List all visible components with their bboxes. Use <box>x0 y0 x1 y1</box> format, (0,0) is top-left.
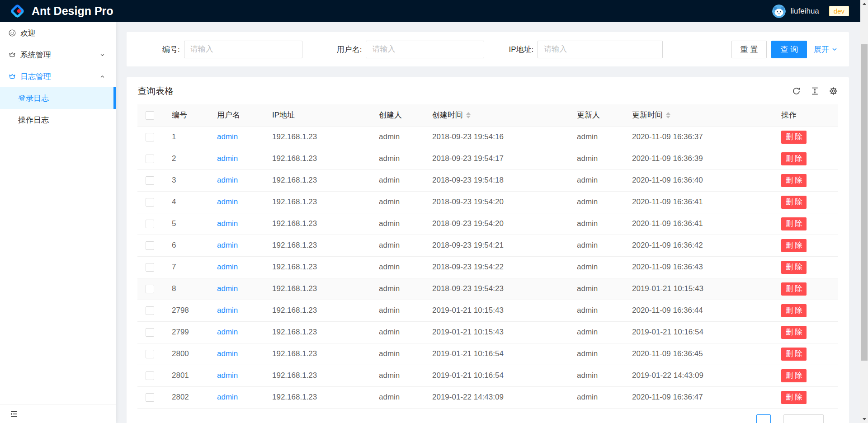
row-checkbox-cell <box>137 278 163 300</box>
cell-creator: admin <box>370 126 423 148</box>
delete-button[interactable]: 删 除 <box>781 131 807 144</box>
delete-button[interactable]: 删 除 <box>781 239 807 252</box>
sidebar-collapse-trigger[interactable] <box>0 404 116 423</box>
row-checkbox[interactable] <box>146 220 154 228</box>
row-checkbox[interactable] <box>146 306 154 315</box>
cell-actions: 删 除 <box>772 300 838 321</box>
chevron-up-icon <box>99 73 106 80</box>
scrollbar-down-arrow[interactable] <box>860 415 868 423</box>
sidebar-item-login-log[interactable]: 登录日志 <box>0 87 116 109</box>
pagination-page-button[interactable] <box>756 414 771 423</box>
pagination-size-select[interactable] <box>783 414 824 423</box>
sidebar-item-log-management[interactable]: 日志管理 <box>0 66 116 87</box>
cell-username: admin <box>208 169 263 191</box>
username-link[interactable]: admin <box>217 241 238 249</box>
row-checkbox[interactable] <box>146 328 154 337</box>
delete-button[interactable]: 删 除 <box>781 348 807 361</box>
cell-ip: 192.168.1.23 <box>263 343 370 365</box>
user-avatar[interactable] <box>772 5 786 18</box>
settings-icon[interactable] <box>829 86 838 96</box>
delete-button[interactable]: 删 除 <box>781 304 807 317</box>
expand-link[interactable]: 展开 <box>814 44 838 55</box>
cell-ip: 192.168.1.23 <box>263 278 370 300</box>
row-checkbox[interactable] <box>146 371 154 380</box>
cell-updated-at: 2020-11-09 16:36:37 <box>623 126 772 148</box>
username-link[interactable]: admin <box>217 371 238 380</box>
delete-button[interactable]: 删 除 <box>781 261 807 274</box>
cell-id: 1 <box>163 126 208 148</box>
sidebar-item-operation-log[interactable]: 操作日志 <box>0 109 116 131</box>
scrollbar-thumb[interactable] <box>861 44 868 361</box>
scrollbar[interactable] <box>860 0 868 423</box>
delete-button[interactable]: 删 除 <box>781 369 807 382</box>
select-all-checkbox[interactable] <box>146 111 154 120</box>
username-link[interactable]: admin <box>217 328 238 336</box>
query-button[interactable]: 查 询 <box>771 41 807 58</box>
reset-button[interactable]: 重 置 <box>731 41 767 58</box>
table-body: 1 admin 192.168.1.23 admin 2018-09-23 19… <box>137 126 838 408</box>
row-checkbox[interactable] <box>146 350 154 358</box>
scrollbar-up-arrow[interactable] <box>860 0 868 8</box>
table-row: 3 admin 192.168.1.23 admin 2018-09-23 19… <box>137 169 838 191</box>
row-checkbox[interactable] <box>146 285 154 293</box>
sort-carets-icon[interactable] <box>666 112 670 118</box>
cell-updater: admin <box>568 386 623 408</box>
app-title[interactable]: Ant Design Pro <box>32 5 113 18</box>
username-field[interactable] <box>366 41 484 58</box>
sidebar-item-welcome[interactable]: 欢迎 <box>0 22 116 44</box>
cell-username: admin <box>208 278 263 300</box>
delete-button[interactable]: 删 除 <box>781 196 807 209</box>
column-header-updated-at[interactable]: 更新时间 <box>623 104 772 126</box>
cell-created-at: 2019-01-21 10:15:43 <box>423 321 568 343</box>
delete-button[interactable]: 删 除 <box>781 391 807 404</box>
ip-field[interactable] <box>538 41 663 58</box>
username-link[interactable]: admin <box>217 393 238 401</box>
delete-button[interactable]: 删 除 <box>781 174 807 187</box>
row-checkbox[interactable] <box>146 198 154 207</box>
table-row: 6 admin 192.168.1.23 admin 2018-09-23 19… <box>137 235 838 256</box>
sidebar-item-system-management[interactable]: 系统管理 <box>0 44 116 66</box>
search-form: 编号: 用户名: IP地址: 重 置 查 询 展开 <box>127 41 849 58</box>
cell-id: 7 <box>163 256 208 278</box>
sidebar-item-label: 欢迎 <box>20 28 36 38</box>
row-checkbox[interactable] <box>146 241 154 250</box>
delete-button[interactable]: 删 除 <box>781 282 807 296</box>
row-checkbox[interactable] <box>146 393 154 402</box>
row-checkbox[interactable] <box>146 155 154 163</box>
cell-actions: 删 除 <box>772 365 838 386</box>
id-field-label: 编号: <box>162 44 180 55</box>
row-checkbox[interactable] <box>146 176 154 185</box>
username-link[interactable]: admin <box>217 154 238 163</box>
cell-updated-at: 2020-11-09 16:36:44 <box>623 300 772 321</box>
username-link[interactable]: admin <box>217 306 238 315</box>
column-height-icon[interactable] <box>810 86 820 96</box>
table-row: 2799 admin 192.168.1.23 admin 2019-01-21… <box>137 321 838 343</box>
delete-button[interactable]: 删 除 <box>781 326 807 339</box>
row-checkbox[interactable] <box>146 263 154 272</box>
header-user-area[interactable]: liufeihua dev <box>772 5 849 18</box>
delete-button[interactable]: 删 除 <box>781 152 807 165</box>
cell-id: 2802 <box>163 386 208 408</box>
username-link[interactable]: admin <box>217 176 238 184</box>
sort-carets-icon[interactable] <box>466 112 471 118</box>
sidebar-item-label: 操作日志 <box>18 115 49 125</box>
username-link[interactable]: admin <box>217 219 238 228</box>
row-checkbox[interactable] <box>146 133 154 141</box>
username-link[interactable]: admin <box>217 349 238 358</box>
table-row: 2801 admin 192.168.1.23 admin 2019-01-21… <box>137 365 838 386</box>
row-checkbox-cell <box>137 256 163 278</box>
id-field[interactable] <box>184 41 302 58</box>
reload-icon[interactable] <box>792 86 801 96</box>
username-link[interactable]: admin <box>217 132 238 141</box>
delete-button[interactable]: 删 除 <box>781 217 807 230</box>
username-link[interactable]: admin <box>217 197 238 206</box>
username-link[interactable]: admin <box>217 284 238 293</box>
column-header-created-at[interactable]: 创建时间 <box>423 104 568 126</box>
cell-id: 3 <box>163 169 208 191</box>
row-checkbox-cell <box>137 343 163 365</box>
app-logo-icon[interactable] <box>9 3 26 19</box>
cell-ip: 192.168.1.23 <box>263 386 370 408</box>
cell-creator: admin <box>370 365 423 386</box>
username-link[interactable]: admin <box>217 263 238 271</box>
cell-username: admin <box>208 321 263 343</box>
